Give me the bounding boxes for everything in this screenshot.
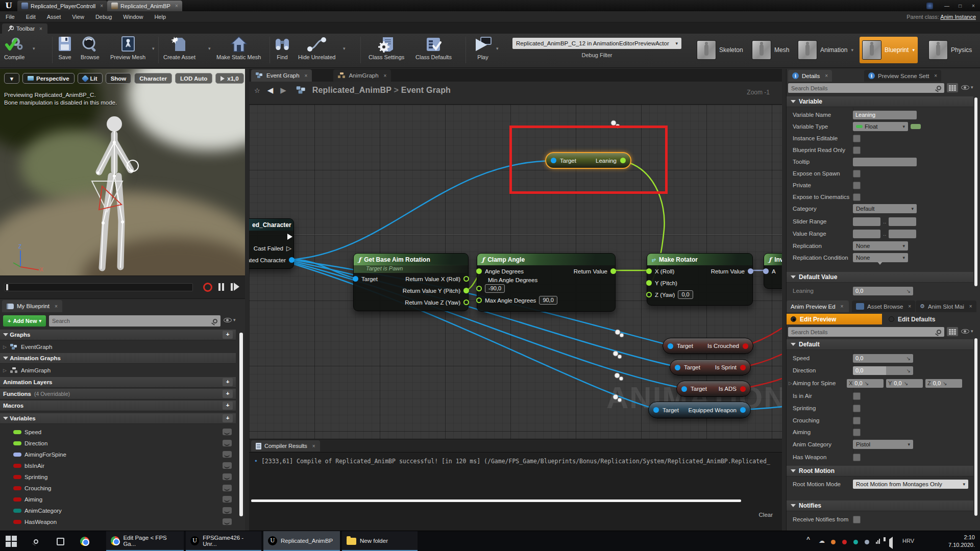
tab-animgraph[interactable]: AnimGraph× (333, 69, 391, 82)
node-equipped-weapon[interactable]: Target Equipped Weapon (648, 402, 751, 418)
tab-asset-browser[interactable]: Asset Browse× (852, 300, 915, 312)
close-icon[interactable]: × (312, 443, 315, 449)
section-root-motion[interactable]: Root Motion (787, 466, 973, 477)
section-variable[interactable]: Variable (787, 96, 973, 107)
min-angle-input[interactable]: -90,0 (485, 284, 505, 293)
perspective-button[interactable]: Perspective (22, 73, 75, 84)
event-graph-canvas[interactable]: ANIMATION (249, 105, 782, 439)
eye-closed-icon[interactable] (223, 473, 232, 480)
aiming-x-input[interactable]: X0,0↘ (847, 379, 884, 388)
add-new-button[interactable]: +Add New▾ (3, 315, 46, 327)
replication-condition-dropdown[interactable]: None▾ (853, 253, 908, 262)
has-weapon-checkbox[interactable] (853, 454, 861, 461)
add-graph-button[interactable]: + (223, 331, 233, 339)
menu-view[interactable]: View (66, 11, 90, 22)
object-out-pin[interactable] (289, 257, 295, 263)
start-button[interactable] (5, 535, 17, 547)
taskbar-app-folder[interactable]: New folder (342, 531, 418, 551)
preview-mesh-button[interactable]: Preview Mesh (110, 36, 145, 60)
compile-button[interactable]: Compile (4, 36, 24, 60)
direction-input[interactable]: 0,0↘ (853, 366, 913, 375)
node-is-sprint[interactable]: Target Is Sprint (670, 359, 751, 375)
chrome-taskbar-icon[interactable] (79, 535, 91, 547)
rotator-in-pin[interactable] (763, 268, 769, 274)
instance-editable-checkbox[interactable] (853, 135, 861, 142)
lit-button[interactable]: Lit (78, 73, 103, 84)
value-range-min-input[interactable] (853, 230, 880, 238)
breadcrumb[interactable]: Replicated_AnimBP > Event Graph (312, 86, 451, 95)
tab-anim-slot-manager[interactable]: ⚙Anim Slot Mai× (916, 300, 976, 312)
advanced-expander-icon[interactable] (877, 265, 883, 271)
play-button[interactable]: Play (474, 36, 492, 60)
category-dropdown[interactable]: Default▾ (853, 204, 917, 213)
scrollbar[interactable] (974, 338, 977, 516)
anim-category-dropdown[interactable]: Pistol▾ (853, 440, 913, 449)
mode-mesh-button[interactable]: Mesh (749, 37, 792, 63)
hide-unrelated-dropdown-icon[interactable]: ▾ (343, 46, 346, 51)
property-matrix-icon[interactable] (947, 83, 958, 92)
float-out-pin[interactable] (610, 268, 616, 274)
edit-defaults-toggle[interactable]: Edit Defaults (889, 314, 935, 324)
tab-event-graph[interactable]: Event Graph× (251, 69, 312, 82)
expose-on-spawn-checkbox[interactable] (853, 170, 861, 178)
add-layer-button[interactable]: + (223, 378, 233, 386)
object-out-pin[interactable] (740, 407, 746, 413)
float-out-pin[interactable] (463, 288, 469, 293)
eye-closed-icon[interactable] (223, 507, 232, 514)
float-in-pin[interactable] (646, 280, 652, 286)
scrollbar[interactable] (239, 333, 243, 516)
eye-closed-icon[interactable] (223, 462, 232, 469)
mode-skeleton-button[interactable]: Skeleton (694, 37, 746, 63)
target-in-pin[interactable] (675, 365, 680, 370)
close-icon[interactable]: × (384, 73, 387, 79)
expose-to-cinematics-checkbox[interactable] (853, 193, 861, 201)
z-yaw-input[interactable]: 0,0 (678, 290, 693, 299)
search-details-input[interactable]: Search Details (788, 83, 944, 93)
close-icon[interactable]: × (100, 3, 103, 9)
record-button[interactable] (203, 283, 212, 292)
max-angle-input[interactable]: 90,0 (539, 296, 557, 305)
step-forward-button[interactable] (234, 283, 239, 291)
preview-viewport[interactable]: ▾ Perspective Lit Show Character LOD Aut… (0, 69, 245, 276)
bool-out-pin[interactable] (740, 386, 746, 392)
mode-physics-button[interactable]: Physics (926, 37, 975, 63)
node-clamp-angle[interactable]: ƒClamp Angle Angle Degrees Return Value … (477, 253, 616, 312)
aiming-z-input[interactable]: Z0,0↘ (925, 379, 962, 388)
float-out-pin[interactable] (463, 299, 469, 305)
node-is-crouched[interactable]: Target Is Crouched (663, 338, 753, 354)
target-in-pin[interactable] (668, 343, 673, 349)
debug-filter-dropdown[interactable]: Replicated_AnimBP_C_12 in AnimationEdito… (512, 38, 681, 49)
asset-tab-player-controller[interactable]: Replicated_PlayerControll × (17, 1, 107, 11)
details-filter-button[interactable]: ▾ (961, 85, 973, 90)
character-button[interactable]: Character (134, 73, 172, 84)
eye-closed-icon[interactable] (223, 451, 232, 458)
task-view-button[interactable] (54, 535, 66, 547)
edit-preview-toggle[interactable]: Edit Preview (787, 314, 882, 324)
target-in-pin[interactable] (653, 407, 659, 413)
tab-preview-scene-settings[interactable]: iPreview Scene Sett× (864, 70, 941, 82)
add-macro-button[interactable]: + (223, 402, 233, 410)
close-icon[interactable]: × (934, 73, 937, 79)
float-out-pin[interactable] (463, 276, 469, 282)
section-default-value[interactable]: Default Value (787, 272, 973, 283)
property-matrix-icon[interactable] (947, 327, 958, 336)
toolbar-tab[interactable]: Toolbar × (2, 23, 47, 34)
minimize-button[interactable]: — (940, 1, 953, 10)
tab-anim-preview-editor[interactable]: Anim Preview Ed× (787, 300, 849, 312)
scrollbar[interactable] (974, 97, 977, 286)
section-notifies[interactable]: Notifies (787, 500, 973, 511)
playback-speed-button[interactable]: x1,0 (215, 73, 243, 84)
sprinting-checkbox[interactable] (853, 405, 861, 412)
show-button[interactable]: Show (106, 73, 132, 84)
node-make-rotator[interactable]: ⥂Make Rotator X (Roll) Return Value Y (P… (647, 253, 753, 306)
root-motion-mode-dropdown[interactable]: Root Motion from Montages Only▾ (853, 480, 968, 489)
make-static-mesh-button[interactable]: Make Static Mesh (216, 36, 261, 60)
slider-range-min-input[interactable] (853, 217, 880, 226)
tray-app-icon[interactable] (865, 539, 869, 546)
maximize-button[interactable]: □ (953, 1, 967, 10)
section-functions[interactable]: Functions(4 Overridable)+ (0, 389, 236, 399)
aiming-checkbox[interactable] (853, 429, 861, 436)
variable-row[interactable]: Sprinting (0, 471, 236, 482)
variable-row[interactable]: bIsInAir (0, 460, 236, 471)
rotator-out-pin[interactable] (748, 268, 753, 274)
